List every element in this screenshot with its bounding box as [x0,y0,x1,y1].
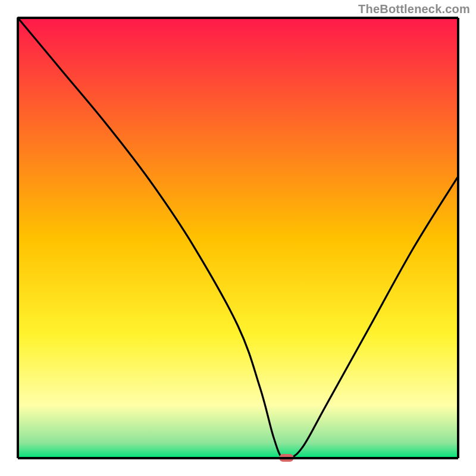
chart-svg [0,0,476,476]
chart-stage: TheBottleneck.com [0,0,476,476]
watermark-text: TheBottleneck.com [358,2,470,16]
gradient-bg [18,18,458,458]
plot-area [18,18,458,462]
